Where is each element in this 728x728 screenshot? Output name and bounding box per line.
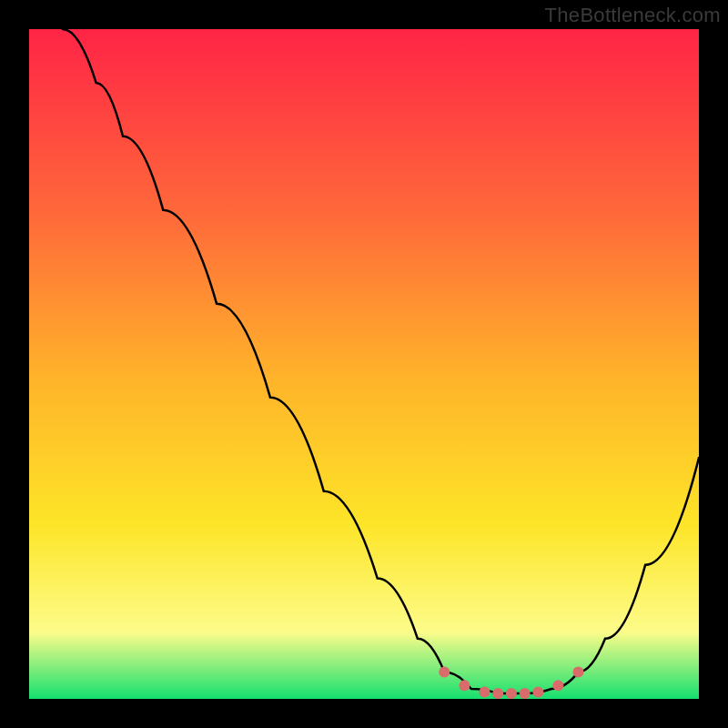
marker-dot bbox=[552, 680, 563, 691]
gradient-backdrop bbox=[29, 29, 699, 699]
marker-dot bbox=[439, 667, 450, 678]
marker-dot bbox=[492, 688, 503, 699]
marker-dot bbox=[480, 687, 490, 698]
marker-dot bbox=[532, 687, 543, 698]
marker-dot bbox=[520, 688, 531, 699]
marker-dot bbox=[459, 680, 470, 691]
watermark-label: TheBottleneck.com bbox=[545, 4, 721, 27]
marker-dot bbox=[573, 667, 584, 678]
plot-area bbox=[29, 29, 699, 699]
chart-svg bbox=[29, 29, 699, 699]
chart-container: TheBottleneck.com bbox=[0, 0, 728, 728]
marker-dot bbox=[506, 688, 517, 699]
